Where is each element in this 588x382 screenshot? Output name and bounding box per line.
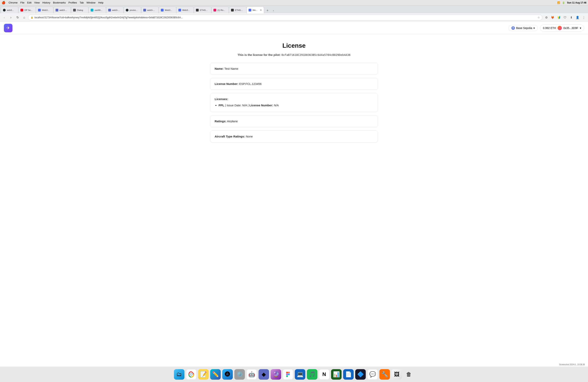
tab-label: ETHG... xyxy=(200,9,209,11)
name-value: Test Name xyxy=(224,67,238,70)
aircraft-type-value: None xyxy=(246,135,253,138)
lock-icon: 🔒 xyxy=(31,16,33,19)
license-number-card: License Number: ESP.FCL.123456 xyxy=(210,78,378,90)
license-number-value: ESP.FCL.123456 xyxy=(239,82,262,85)
pilot-info: This is the license for the pilot: 0xfaB… xyxy=(210,53,378,57)
eth-balance: 0.992 ETH xyxy=(543,26,556,30)
menubar-view[interactable]: View xyxy=(34,1,40,4)
page-title: License xyxy=(210,42,378,49)
ppl-label: PPL xyxy=(219,104,224,107)
menubar-profiles[interactable]: Profiles xyxy=(68,1,77,4)
wallet-avatar xyxy=(558,26,562,30)
aircraft-type-label: Aircraft Type Ratings: xyxy=(215,135,245,138)
network-name: Base Sepolia xyxy=(516,26,532,30)
wallet-selector[interactable]: 0.992 ETH 0x35...3D9F ▾ xyxy=(540,24,584,32)
tab-label: ETHG... xyxy=(235,9,244,11)
app-logo: ✈ xyxy=(4,24,13,32)
menubar-tab[interactable]: Tab xyxy=(80,1,84,4)
extensions-button[interactable]: ⚙ xyxy=(544,15,549,20)
license-number-inner-value: N/A xyxy=(274,104,279,107)
tab-label: Web3... xyxy=(165,9,174,11)
license-number-label: License Number: xyxy=(215,82,238,85)
url-text: localhost:5173/#/license?cid=bafkreihyrw… xyxy=(35,16,536,19)
licenses-card: Licenses: PPL | Issue Date: N/A | Licens… xyxy=(210,93,378,112)
tab-web3-2[interactable]: Web3... xyxy=(36,7,53,13)
tab-overflow-button[interactable]: › xyxy=(271,8,276,13)
tab-web3-3[interactable]: web3-... xyxy=(53,7,71,13)
tab-label: web3... xyxy=(7,9,16,11)
name-card: Name: Test Name xyxy=(210,63,378,75)
tab-ro[interactable]: (1) Ro... xyxy=(211,7,229,13)
tab-label: web3-... xyxy=(112,9,122,11)
tab-jorvixs[interactable]: jorvixs... xyxy=(124,7,141,13)
forward-button[interactable]: › xyxy=(8,15,14,20)
reload-button[interactable]: ↻ xyxy=(15,15,20,20)
tab-web3-5[interactable]: web3-... xyxy=(141,7,159,13)
menubar-time: Sun 11 Aug 17:46 xyxy=(567,1,587,4)
menubar-help[interactable]: Help xyxy=(98,1,104,4)
download-icon[interactable]: ⬇ xyxy=(568,15,574,20)
tab-usewr[interactable]: useWr... xyxy=(88,7,106,13)
address-bar[interactable]: 🔒 localhost:5173/#/license?cid=bafkreihy… xyxy=(28,15,542,20)
menu-button[interactable]: ⋮ xyxy=(581,15,587,20)
bookmark-icon[interactable]: ☆ xyxy=(538,16,540,19)
main-content: License This is the license for the pilo… xyxy=(206,34,382,153)
tab-label: useWr... xyxy=(95,9,104,11)
tab-we-active[interactable]: We... ✕ xyxy=(246,7,264,13)
tabs-bar: web3... OP Se... Web3... web3-... Dialog… xyxy=(0,5,588,13)
menubar-wifi-icon: 📶 xyxy=(557,1,560,4)
tab-close-icon[interactable]: ✕ xyxy=(260,9,262,12)
ratings-value: Airplane xyxy=(227,119,238,123)
tab-label: web3-... xyxy=(60,9,69,11)
menubar-window[interactable]: Window xyxy=(86,1,95,4)
metamask-icon[interactable]: 🦊 xyxy=(550,15,555,20)
extension-2[interactable]: 🔰 xyxy=(556,15,562,20)
network-selector[interactable]: B Base Sepolia ▾ xyxy=(508,25,538,31)
back-button[interactable]: ‹ xyxy=(1,15,7,20)
nav-actions: ⚙ 🦊 🔰 🛡 ⬇ 👤 ⋮ xyxy=(544,15,587,20)
menubar-history[interactable]: History xyxy=(42,1,50,4)
extension-3[interactable]: 🛡 xyxy=(562,15,568,20)
wallet-chevron-icon: ▾ xyxy=(580,26,581,30)
tab-web3-1[interactable]: web3... xyxy=(1,7,18,13)
tab-label: Dialog xyxy=(77,9,86,11)
tab-ethg-2[interactable]: ETHG... xyxy=(229,7,246,13)
header-right: B Base Sepolia ▾ 0.992 ETH 0x35...3D9F ▾ xyxy=(508,24,584,32)
wallet-address: 0x35...3D9F xyxy=(564,26,578,30)
name-label: Name: xyxy=(215,67,224,70)
menubar: 🍎 Chrome File Edit View History Bookmark… xyxy=(0,0,588,5)
apple-menu[interactable]: 🍎 xyxy=(1,1,5,4)
menubar-bookmarks[interactable]: Bookmarks xyxy=(53,1,66,4)
tab-label: We... xyxy=(252,9,258,11)
menubar-chrome[interactable]: Chrome xyxy=(9,1,18,4)
profile-icon[interactable]: 👤 xyxy=(575,15,580,20)
ppl-issue-date: | Issue Date: N/A | xyxy=(225,104,249,107)
nav-bar: ‹ › ↻ ⌂ 🔒 localhost:5173/#/license?cid=b… xyxy=(0,13,588,22)
chevron-down-icon: ▾ xyxy=(533,26,535,30)
tab-web3-7[interactable]: Web3... xyxy=(176,7,194,13)
menubar-file[interactable]: File xyxy=(20,1,24,4)
home-button[interactable]: ⌂ xyxy=(21,15,27,20)
pilot-address: 0xfaB71618C291D0363B5c6A4a5784cB829Deb4A… xyxy=(281,53,351,57)
tab-dialog[interactable]: Dialog xyxy=(71,7,88,13)
tab-web3-6[interactable]: Web3... xyxy=(159,7,176,13)
tab-label: (1) Ro... xyxy=(217,9,227,11)
tab-label: web3-... xyxy=(147,9,157,11)
pilot-label: This is the license for the pilot: xyxy=(237,53,281,57)
tab-label: jorvixs... xyxy=(130,9,139,11)
tab-ethg-1[interactable]: ETHG... xyxy=(194,7,211,13)
new-tab-button[interactable]: + xyxy=(265,8,270,13)
menubar-battery-icon: 🔋 xyxy=(562,1,565,4)
licenses-list: PPL | Issue Date: N/A | License Number: … xyxy=(215,103,373,108)
tab-label: Web3... xyxy=(42,9,51,11)
app-header: ✈ B Base Sepolia ▾ 0.992 ETH 0x35...3D9F… xyxy=(0,22,588,34)
list-item: PPL | Issue Date: N/A | License Number: … xyxy=(219,103,373,108)
menubar-edit[interactable]: Edit xyxy=(27,1,31,4)
tab-label: OP Se... xyxy=(24,9,34,11)
plane-icon: ✈ xyxy=(6,25,10,31)
tab-web3-4[interactable]: web3-... xyxy=(106,7,124,13)
menubar-right: 📶 🔋 Sun 11 Aug 17:46 xyxy=(557,1,587,4)
network-icon: B xyxy=(511,26,515,30)
tab-opse[interactable]: OP Se... xyxy=(18,7,36,13)
licenses-label: Licenses: xyxy=(215,97,228,101)
